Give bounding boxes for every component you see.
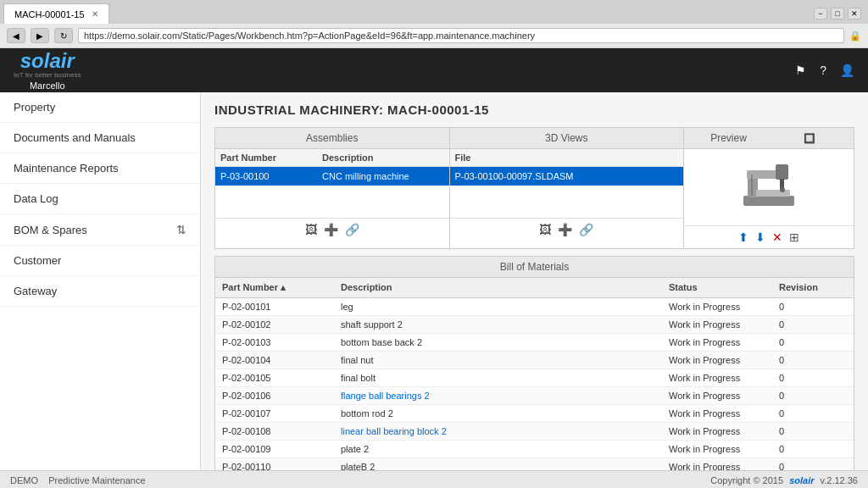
sidebar-item-documents[interactable]: Documents and Manuals bbox=[0, 123, 200, 153]
forward-button[interactable]: ▶ bbox=[31, 28, 49, 43]
bom-row[interactable]: P-02-00105 final bolt Work in Progress 0 bbox=[215, 369, 854, 387]
bom-row-desc: plate 2 bbox=[341, 444, 669, 454]
sidebar-item-bom[interactable]: BOM & Spares ⇅ bbox=[0, 214, 200, 246]
assemblies-col-headers: Part Number Description bbox=[215, 149, 449, 167]
bom-row-status: Work in Progress bbox=[669, 337, 779, 347]
bom-row-desc-link[interactable]: flange ball bearings 2 bbox=[341, 391, 430, 401]
bom-row-rev: 0 bbox=[779, 355, 847, 365]
maximize-button[interactable]: □ bbox=[831, 8, 844, 19]
assemblies-add-icon[interactable]: ➕ bbox=[324, 223, 338, 236]
views-add-icon[interactable]: ➕ bbox=[558, 223, 572, 236]
bom-row-desc-link[interactable]: linear ball bearing block 2 bbox=[341, 426, 447, 436]
preview-header: Preview 🔲 bbox=[684, 128, 854, 149]
back-button[interactable]: ◀ bbox=[7, 28, 25, 43]
tab-title: MACH-00001-15 bbox=[14, 9, 85, 19]
bom-row-part: P-02-00102 bbox=[222, 319, 341, 330]
help-icon[interactable]: ? bbox=[820, 64, 826, 77]
refresh-button[interactable]: ↻ bbox=[54, 28, 73, 43]
sidebar-label-bom: BOM & Spares bbox=[14, 224, 87, 236]
bom-row[interactable]: P-02-00108 linear ball bearing block 2 W… bbox=[215, 423, 854, 441]
flag-icon[interactable]: ⚑ bbox=[795, 64, 806, 77]
bom-col-partnumber[interactable]: Part Number ▴ bbox=[222, 282, 341, 293]
bom-row[interactable]: P-02-00103 bottom base back 2 Work in Pr… bbox=[215, 334, 854, 352]
bom-row-part: P-02-00101 bbox=[222, 302, 341, 312]
bom-row-desc: shaft support 2 bbox=[341, 319, 669, 330]
sidebar-item-maintenance[interactable]: Maintenance Reports bbox=[0, 153, 200, 184]
preview-grid-icon[interactable]: ⊞ bbox=[789, 230, 799, 244]
content-area: INDUSTRIAL MACHINERY: MACH-00001-15 Asse… bbox=[201, 92, 868, 470]
sidebar-item-property[interactable]: Property bbox=[0, 92, 200, 123]
bom-row-rev: 0 bbox=[779, 444, 847, 454]
bom-row-part: P-02-00109 bbox=[222, 444, 341, 454]
sidebar-item-gateway[interactable]: Gateway bbox=[0, 276, 200, 307]
bom-section: Bill of Materials Part Number ▴ Descript… bbox=[214, 256, 854, 470]
logo-user: Marcello bbox=[14, 80, 81, 91]
bom-row-status: Work in Progress bbox=[669, 462, 779, 470]
copyright-brand: solair bbox=[789, 475, 814, 485]
assemblies-col-desc: Description bbox=[322, 152, 444, 163]
address-bar: ◀ ▶ ↻ 🔒 bbox=[0, 24, 868, 47]
secure-icon: 🔒 bbox=[849, 30, 861, 42]
machine-preview-svg bbox=[735, 158, 803, 217]
svg-rect-5 bbox=[756, 190, 790, 197]
env-label: DEMO bbox=[10, 475, 38, 485]
logo-sub: IoT for better business bbox=[14, 71, 81, 79]
assemblies-image-icon[interactable]: 🖼 bbox=[305, 223, 317, 236]
views-col-file: File bbox=[455, 152, 471, 163]
bom-row[interactable]: P-02-00110 plateB 2 Work in Progress 0 bbox=[215, 458, 854, 470]
bom-row-status: Work in Progress bbox=[669, 373, 779, 383]
url-field[interactable] bbox=[78, 28, 844, 43]
bom-row-rev: 0 bbox=[779, 408, 847, 419]
bom-row[interactable]: P-02-00107 bottom rod 2 Work in Progress… bbox=[215, 405, 854, 423]
bom-row-rev: 0 bbox=[779, 337, 847, 347]
preview-delete-icon[interactable]: ✕ bbox=[772, 230, 782, 244]
assemblies-body: P-03-00100 CNC milling machine bbox=[215, 167, 449, 218]
preview-expand-icon[interactable]: 🔲 bbox=[769, 133, 849, 144]
sidebar-label-documents: Documents and Manuals bbox=[14, 131, 136, 144]
bom-row-desc[interactable]: linear ball bearing block 2 bbox=[341, 426, 669, 436]
tab-close-icon[interactable]: ✕ bbox=[92, 9, 98, 19]
sidebar: Property Documents and Manuals Maintenan… bbox=[0, 92, 201, 470]
bom-sort-icon: ⇅ bbox=[176, 223, 186, 236]
module-label: Predictive Maintenance bbox=[48, 475, 145, 485]
minimize-button[interactable]: − bbox=[814, 8, 827, 19]
bom-row[interactable]: P-02-00102 shaft support 2 Work in Progr… bbox=[215, 316, 854, 334]
bom-row-status: Work in Progress bbox=[669, 408, 779, 419]
close-button[interactable]: ✕ bbox=[848, 8, 861, 19]
user-icon[interactable]: 👤 bbox=[840, 64, 854, 77]
bom-row[interactable]: P-02-00109 plate 2 Work in Progress 0 bbox=[215, 441, 854, 458]
bom-row-desc[interactable]: flange ball bearings 2 bbox=[341, 391, 669, 401]
bom-row[interactable]: P-02-00104 final nut Work in Progress 0 bbox=[215, 352, 854, 369]
bom-row[interactable]: P-02-00101 leg Work in Progress 0 bbox=[215, 298, 854, 316]
bom-row-part: P-02-00108 bbox=[222, 426, 341, 436]
bom-row-desc: plateB 2 bbox=[341, 462, 669, 470]
header-icons: ⚑ ? 👤 bbox=[795, 64, 854, 77]
bom-row-rev: 0 bbox=[779, 373, 847, 383]
tab-bar: MACH-00001-15 ✕ − □ ✕ bbox=[0, 0, 868, 24]
bom-row[interactable]: P-02-00106 flange ball bearings 2 Work i… bbox=[215, 387, 854, 405]
bom-row-part: P-02-00105 bbox=[222, 373, 341, 383]
sidebar-item-customer[interactable]: Customer bbox=[0, 246, 200, 276]
preview-upload-icon[interactable]: ⬆ bbox=[738, 230, 748, 244]
bom-row-status: Work in Progress bbox=[669, 355, 779, 365]
views-footer: 🖼 ➕ 🔗 bbox=[450, 218, 684, 241]
bom-row-part: P-02-00106 bbox=[222, 391, 341, 401]
browser-tab[interactable]: MACH-00001-15 ✕ bbox=[3, 3, 109, 24]
bom-header: Bill of Materials bbox=[215, 257, 854, 278]
assemblies-row[interactable]: P-03-00100 CNC milling machine bbox=[215, 167, 449, 186]
views-panel: 3D Views File P-03-00100-00097.SLDASM 🖼 … bbox=[450, 128, 685, 248]
views-row[interactable]: P-03-00100-00097.SLDASM bbox=[450, 167, 684, 186]
page-title: INDUSTRIAL MACHINERY: MACH-00001-15 bbox=[214, 103, 854, 117]
views-header: 3D Views bbox=[450, 128, 684, 149]
assemblies-header: Assemblies bbox=[215, 128, 449, 149]
preview-panel: Preview 🔲 bbox=[684, 128, 854, 248]
preview-download-icon[interactable]: ⬇ bbox=[755, 230, 765, 244]
bom-row-part: P-02-00104 bbox=[222, 355, 341, 365]
assemblies-panel: Assemblies Part Number Description P-03-… bbox=[215, 128, 450, 248]
bom-row-rev: 0 bbox=[779, 391, 847, 401]
assemblies-link-icon[interactable]: 🔗 bbox=[345, 223, 359, 236]
views-image-icon[interactable]: 🖼 bbox=[539, 223, 551, 236]
views-link-icon[interactable]: 🔗 bbox=[579, 223, 593, 236]
sidebar-item-datalog[interactable]: Data Log bbox=[0, 184, 200, 214]
bom-row-status: Work in Progress bbox=[669, 302, 779, 312]
